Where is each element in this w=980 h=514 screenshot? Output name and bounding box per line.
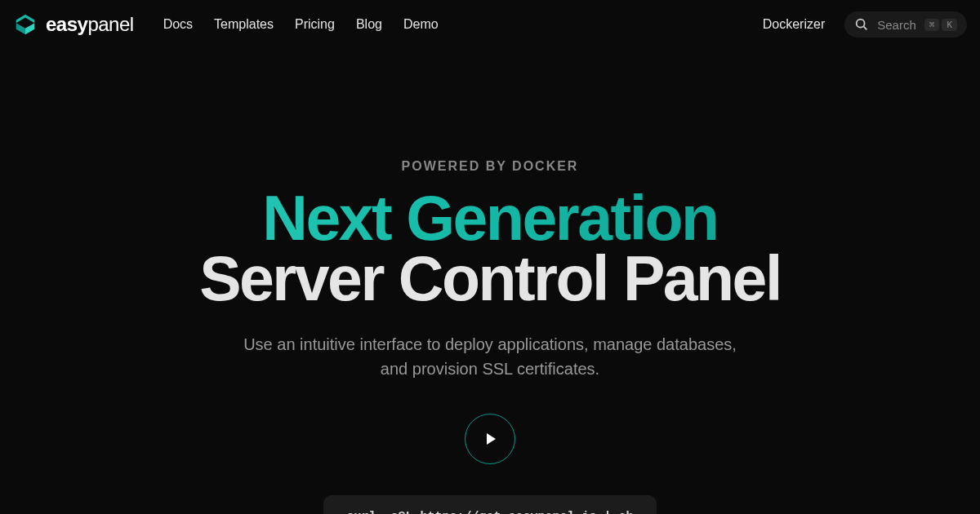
hero-section: POWERED BY DOCKER Next Generation Server… [0,49,980,514]
dockerizer-link[interactable]: Dockerizer [763,17,825,32]
search-icon [854,17,869,32]
search-placeholder: Search [877,18,916,32]
search-button[interactable]: Search ⌘ K [844,11,967,38]
logo-text: easypanel [46,13,134,36]
logo-icon [13,12,38,37]
headline-line1: Next Generation [0,188,980,249]
search-shortcut: ⌘ K [924,19,957,31]
nav-blog[interactable]: Blog [356,17,382,32]
hero-eyebrow: POWERED BY DOCKER [0,159,980,174]
headline-line2: Server Control Panel [0,249,980,309]
svg-point-0 [857,20,865,28]
nav-templates[interactable]: Templates [214,17,274,32]
header-right: Dockerizer Search ⌘ K [763,11,967,38]
main-nav: Docs Templates Pricing Blog Demo [163,17,439,32]
header: easypanel Docs Templates Pricing Blog De… [0,0,980,49]
svg-line-1 [864,27,867,30]
install-command[interactable]: curl -sSL https://get.easypanel.io | sh [323,495,656,514]
nav-pricing[interactable]: Pricing [295,17,335,32]
header-left: easypanel Docs Templates Pricing Blog De… [13,12,439,37]
nav-docs[interactable]: Docs [163,17,193,32]
logo[interactable]: easypanel [13,12,134,37]
hero-headline: Next Generation Server Control Panel [0,188,980,309]
play-icon [487,433,496,445]
kbd-cmd: ⌘ [924,19,940,31]
hero-subhead: Use an intuitive interface to deploy app… [229,332,751,381]
kbd-k: K [942,19,957,31]
play-video-button[interactable] [465,414,515,464]
nav-demo[interactable]: Demo [403,17,439,32]
